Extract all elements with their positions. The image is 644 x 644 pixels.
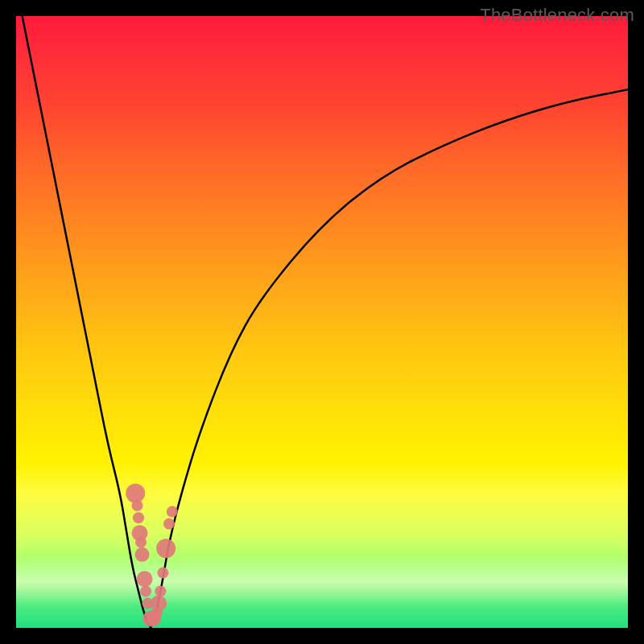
- marker-dot: [135, 547, 150, 562]
- marker-dot: [133, 512, 144, 523]
- marker-dot: [137, 571, 153, 587]
- left-curve: [23, 16, 151, 628]
- marker-dot: [126, 484, 145, 503]
- plot-area: [16, 16, 628, 628]
- marker-dot: [140, 585, 151, 597]
- marker-dot: [167, 506, 178, 518]
- marker-dot: [163, 518, 175, 530]
- marker-dot: [155, 585, 166, 597]
- marker-dot: [151, 596, 167, 612]
- marker-dot: [135, 537, 147, 548]
- marker-dot: [131, 500, 142, 511]
- chart-container: TheBottleneck.com: [0, 0, 644, 644]
- watermark: TheBottleneck.com: [480, 5, 634, 26]
- marker-dot: [157, 568, 168, 579]
- curves-svg: [16, 16, 628, 628]
- data-markers: [126, 484, 178, 627]
- right-curve: [151, 89, 628, 628]
- marker-dot: [156, 539, 175, 558]
